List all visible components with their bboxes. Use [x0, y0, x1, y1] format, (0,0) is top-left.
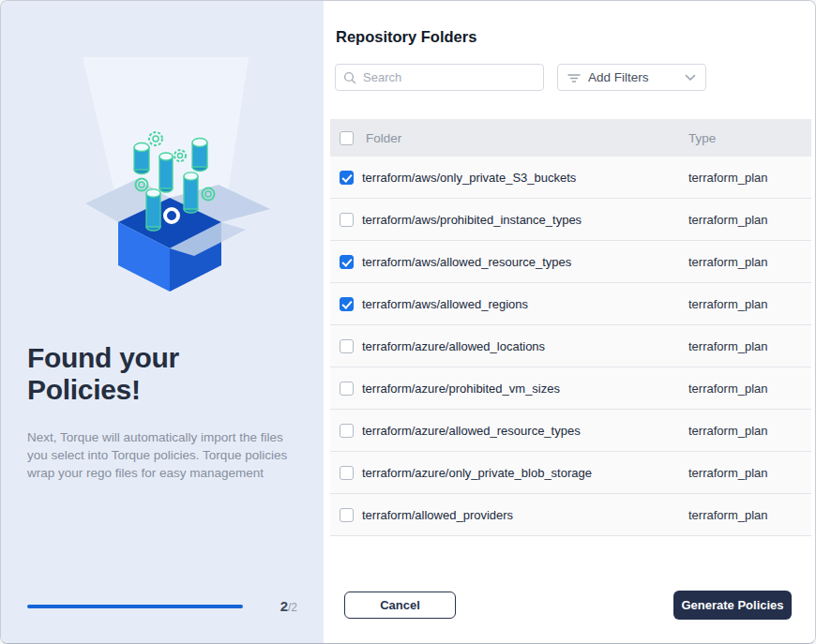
- row-checkbox[interactable]: [340, 171, 354, 185]
- step-total: /2: [288, 601, 297, 614]
- left-info-panel: Found your Policies! Next, Torque will a…: [1, 1, 324, 643]
- cancel-button[interactable]: Cancel: [344, 592, 456, 619]
- step-counter: 2/2: [280, 598, 297, 615]
- row-checkbox[interactable]: [340, 382, 354, 396]
- row-checkbox[interactable]: [340, 424, 354, 438]
- table-row[interactable]: terraform/azure/only_private_blob_storag…: [330, 452, 811, 494]
- table-row[interactable]: terraform/azure/allowed_locations terraf…: [330, 325, 811, 367]
- table-row[interactable]: terraform/aws/prohibited_instance_types …: [330, 199, 811, 241]
- row-checkbox[interactable]: [340, 466, 354, 480]
- table-body: terraform/aws/only_private_S3_buckets te…: [330, 157, 811, 536]
- row-checkbox[interactable]: [340, 297, 354, 311]
- folder-label: terraform/azure/prohibited_vm_sizes: [362, 382, 688, 396]
- type-label: terraform_plan: [688, 171, 811, 185]
- add-filters-dropdown[interactable]: Add Filters: [557, 64, 706, 91]
- folder-label: terraform/aws/only_private_S3_buckets: [362, 171, 688, 185]
- column-header-folder: Folder: [366, 131, 688, 145]
- search-icon: [343, 71, 356, 84]
- folder-label: terraform/allowed_providers: [362, 508, 688, 522]
- type-label: terraform_plan: [688, 297, 811, 311]
- step-current: 2: [280, 598, 288, 614]
- column-header-type: Type: [688, 131, 811, 145]
- table-row[interactable]: terraform/aws/only_private_S3_buckets te…: [330, 157, 811, 199]
- repository-folders-panel: Repository Folders Add Filters: [324, 1, 815, 643]
- select-all-checkbox[interactable]: [340, 131, 354, 145]
- row-checkbox[interactable]: [340, 508, 354, 522]
- type-label: terraform_plan: [688, 466, 811, 480]
- filter-icon: [567, 72, 581, 83]
- row-checkbox[interactable]: [340, 213, 354, 227]
- page-title: Found your Policies!: [27, 342, 299, 406]
- table-row[interactable]: terraform/aws/allowed_resource_types ter…: [330, 241, 811, 283]
- generate-policies-button[interactable]: Generate Policies: [673, 591, 792, 620]
- table-row[interactable]: terraform/azure/prohibited_vm_sizes terr…: [330, 367, 811, 410]
- panel-title: Repository Folders: [336, 28, 815, 46]
- row-checkbox[interactable]: [340, 255, 354, 269]
- table-row[interactable]: terraform/allowed_providers terraform_pl…: [330, 494, 811, 536]
- folder-label: terraform/azure/only_private_blob_storag…: [362, 466, 688, 480]
- dialog-footer: Cancel Generate Policies: [344, 591, 792, 620]
- page-description: Next, Torque will automatically import t…: [27, 428, 295, 482]
- folder-label: terraform/azure/allowed_resource_types: [362, 424, 688, 438]
- table-row[interactable]: terraform/azure/allowed_resource_types t…: [330, 410, 811, 452]
- progress-bar: [27, 605, 243, 608]
- folder-label: terraform/azure/allowed_locations: [362, 339, 688, 353]
- wizard-progress: 2/2: [27, 598, 297, 615]
- search-input[interactable]: [363, 70, 536, 84]
- chevron-down-icon: [685, 74, 696, 82]
- type-label: terraform_plan: [688, 255, 811, 269]
- policies-box-illustration: [45, 42, 280, 297]
- type-label: terraform_plan: [688, 339, 811, 353]
- folder-label: terraform/aws/prohibited_instance_types: [362, 213, 688, 227]
- table-header-row: Folder Type: [330, 119, 811, 157]
- import-policies-dialog: Found your Policies! Next, Torque will a…: [0, 0, 816, 644]
- type-label: terraform_plan: [688, 213, 811, 227]
- folder-label: terraform/aws/allowed_resource_types: [362, 255, 688, 269]
- row-checkbox[interactable]: [340, 339, 354, 353]
- type-label: terraform_plan: [688, 508, 811, 522]
- search-input-wrap: [335, 64, 544, 91]
- table-row[interactable]: terraform/aws/allowed_regions terraform_…: [330, 283, 811, 325]
- table-controls: Add Filters: [335, 64, 815, 91]
- type-label: terraform_plan: [688, 382, 811, 396]
- add-filters-label: Add Filters: [588, 70, 649, 84]
- open-box-illustration-icon: [45, 42, 280, 297]
- type-label: terraform_plan: [688, 424, 811, 438]
- folder-label: terraform/aws/allowed_regions: [362, 297, 688, 311]
- folders-table: Folder Type terraform/aws/only_private_S…: [330, 119, 811, 536]
